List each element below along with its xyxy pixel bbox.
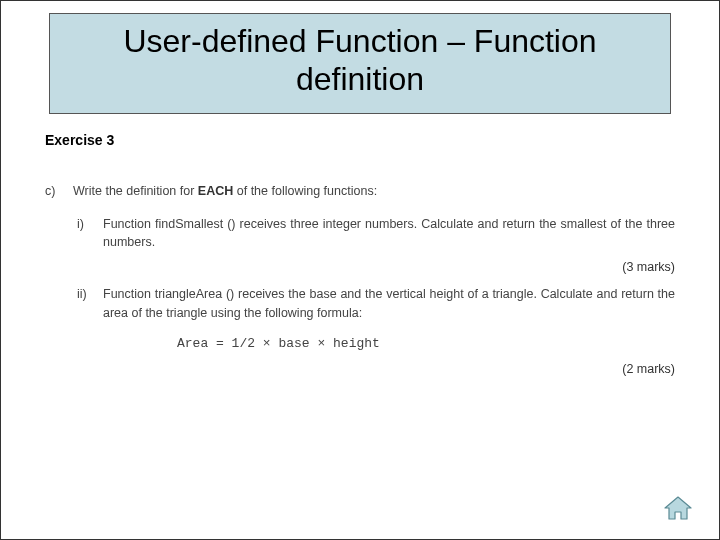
content-area: c) Write the definition for EACH of the …	[45, 182, 675, 379]
prompt-suffix: of the following functions:	[233, 184, 377, 198]
item-ii-text: Function triangleArea () receives the ba…	[103, 285, 675, 323]
item-i-text: Function findSmallest () receives three …	[103, 215, 675, 253]
item-i-marks: (3 marks)	[77, 258, 675, 277]
svg-marker-0	[665, 497, 691, 519]
section-c-label: c)	[45, 182, 63, 201]
item-ii-label: ii)	[77, 285, 95, 304]
title-banner: User-defined Function – Function definit…	[49, 13, 671, 114]
item-ii-formula: Area = 1/2 × base × height	[177, 334, 675, 354]
prompt-bold: EACH	[198, 184, 233, 198]
item-i-label: i)	[77, 215, 95, 234]
section-c-row: c) Write the definition for EACH of the …	[45, 182, 675, 201]
page-title: User-defined Function – Function definit…	[60, 22, 660, 99]
item-i-row: i) Function findSmallest () receives thr…	[77, 215, 675, 253]
section-c-prompt: Write the definition for EACH of the fol…	[73, 182, 377, 201]
sub-items: i) Function findSmallest () receives thr…	[77, 215, 675, 379]
item-ii-marks: (2 marks)	[77, 360, 675, 379]
item-ii-row: ii) Function triangleArea () receives th…	[77, 285, 675, 323]
home-icon[interactable]	[663, 495, 693, 521]
exercise-label: Exercise 3	[45, 132, 719, 148]
prompt-prefix: Write the definition for	[73, 184, 198, 198]
